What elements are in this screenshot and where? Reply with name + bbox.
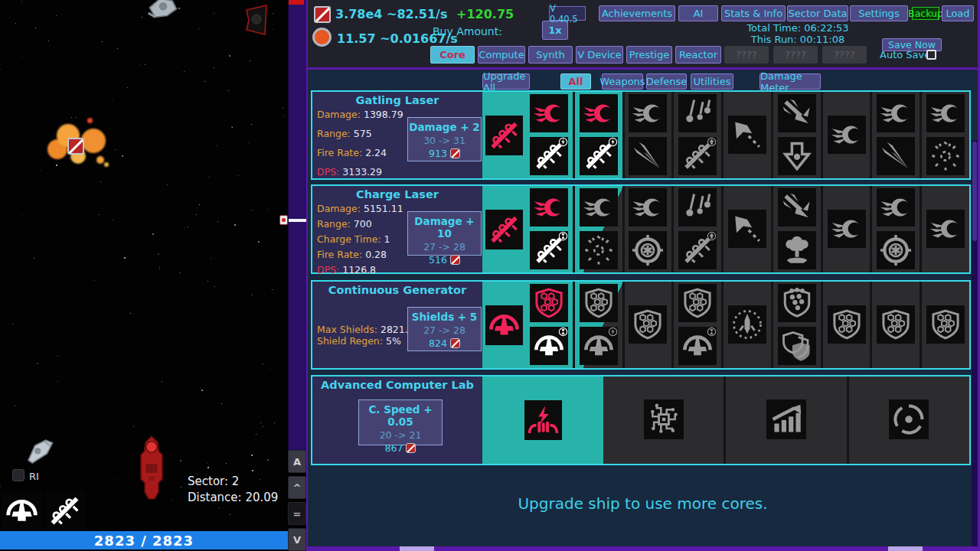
upgrade-cell[interactable] — [724, 92, 771, 178]
upgrade-cell[interactable] — [674, 282, 721, 368]
upgrade-cell[interactable] — [575, 186, 622, 272]
shield-icon[interactable] — [926, 305, 965, 344]
upgrade-cell[interactable] — [525, 282, 573, 368]
scatter-icon[interactable] — [926, 137, 965, 175]
upgrade-cell[interactable] — [726, 377, 846, 464]
upgrade-cell[interactable] — [603, 377, 724, 464]
tab-locked-7[interactable]: ???? — [773, 46, 818, 64]
h-scroll-segment[interactable] — [888, 546, 923, 551]
fireball-icon[interactable] — [828, 210, 866, 248]
upgrade-cell[interactable] — [872, 186, 920, 272]
upgrade-cell[interactable] — [823, 186, 871, 272]
upgrade-cell[interactable] — [872, 282, 920, 368]
fireball-icon[interactable] — [530, 94, 568, 132]
upgrade-cell[interactable] — [525, 186, 573, 272]
shield-icon[interactable] — [530, 284, 568, 322]
filter-tab-all[interactable]: All — [560, 73, 591, 90]
nuke-icon[interactable] — [778, 231, 816, 269]
upgrade-button-generator[interactable]: Shields + 527 -> 28824 — [407, 307, 482, 351]
side-button-a[interactable]: A — [288, 450, 306, 473]
scatter-icon[interactable] — [580, 231, 618, 269]
shipshield-icon[interactable] — [580, 327, 618, 365]
shield-icon[interactable] — [877, 305, 915, 344]
side-button-v[interactable]: V — [288, 528, 306, 551]
tab-locked-8[interactable]: ???? — [822, 46, 867, 64]
circuit-icon[interactable] — [644, 399, 684, 439]
gun-icon[interactable] — [580, 137, 618, 175]
load-button[interactable]: Load — [942, 5, 974, 21]
shipshield-icon[interactable] — [678, 327, 717, 365]
spike-icon[interactable] — [629, 137, 667, 175]
layered-icon[interactable] — [778, 327, 816, 365]
tab-core[interactable]: Core — [430, 46, 475, 64]
upgrade-cell[interactable] — [625, 92, 672, 178]
auto-save-checkbox[interactable] — [926, 50, 936, 60]
ri-toggle[interactable] — [12, 469, 24, 481]
side-button-=[interactable]: = — [288, 502, 306, 525]
main-icon-cell-charge[interactable] — [482, 186, 525, 272]
upgrade-cell[interactable] — [724, 282, 771, 368]
upgrade-cell[interactable] — [922, 92, 969, 178]
upgrade-cell[interactable] — [724, 186, 771, 272]
upgrade-cell[interactable] — [525, 92, 573, 178]
filter-tab-defense[interactable]: Defense — [646, 73, 687, 90]
fireball-icon[interactable] — [530, 188, 568, 227]
upgrade-cell[interactable] — [773, 92, 821, 178]
tab-synth[interactable]: Synth — [528, 46, 573, 64]
menu-button-ai[interactable]: AI — [678, 5, 718, 21]
meteors-icon[interactable] — [678, 94, 717, 132]
shipdash-icon[interactable] — [728, 116, 766, 154]
upgrade-cell[interactable] — [872, 92, 920, 178]
tab-locked-6[interactable]: ???? — [724, 46, 769, 64]
upgrade-cell[interactable] — [773, 282, 821, 368]
tab-compute[interactable]: Compute — [478, 46, 525, 64]
menu-button-achievements[interactable]: Achievements — [599, 5, 675, 21]
spike-icon[interactable] — [877, 137, 915, 175]
upgrade-cell[interactable] — [674, 186, 721, 272]
upgrade-button-charge[interactable]: Damage + 1027 -> 28516 — [407, 211, 482, 256]
shield-icon[interactable] — [678, 284, 717, 322]
menu-button-sector-data[interactable]: Sector Data — [787, 5, 848, 21]
tab-prestige[interactable]: Prestige — [626, 46, 672, 64]
upgrade-button-gatling[interactable]: Damage + 230 -> 31913 — [407, 117, 482, 161]
gun-icon[interactable] — [678, 231, 717, 269]
divider-slider[interactable] — [289, 219, 307, 222]
upgrade-button-lab[interactable]: C. Speed + 0.0520 -> 21867 — [358, 399, 443, 445]
game-viewport[interactable]: RI Sector: 2 Distance: 20.09 2823 / 2823 — [0, 0, 288, 551]
upgrade-cell[interactable] — [823, 282, 871, 368]
fireball-icon[interactable] — [926, 210, 965, 248]
meteors-icon[interactable] — [678, 188, 717, 227]
fireball-icon[interactable] — [926, 94, 965, 132]
fireball-icon[interactable] — [629, 188, 667, 227]
upgrade-cell[interactable] — [674, 92, 721, 178]
droparrow-icon[interactable] — [778, 137, 816, 175]
shield-icon[interactable] — [828, 305, 866, 344]
upgrade-cell[interactable] — [625, 186, 672, 272]
h-scroll-segment[interactable] — [400, 546, 434, 551]
main-icon-cell-generator[interactable] — [482, 282, 525, 368]
upgrade-cell[interactable] — [823, 92, 871, 178]
filter-tab-utilities[interactable]: Utilities — [691, 73, 733, 90]
side-button-^[interactable]: ^ — [288, 476, 306, 499]
upgrade-cell[interactable] — [773, 186, 821, 272]
upgrade-cell[interactable] — [575, 92, 622, 178]
fireball-icon[interactable] — [580, 188, 618, 227]
fireball-icon[interactable] — [877, 188, 915, 227]
upgrade-cell[interactable] — [625, 282, 672, 368]
reactor-icon[interactable] — [877, 231, 915, 269]
fireball-icon[interactable] — [629, 94, 667, 132]
shipshield-icon[interactable] — [530, 327, 568, 365]
menu-button-stats-info[interactable]: Stats & Info — [721, 5, 786, 21]
shield-icon[interactable] — [629, 305, 667, 344]
gun-icon[interactable] — [530, 137, 568, 175]
fireball-icon[interactable] — [877, 94, 915, 132]
main-icon-cell-gatling[interactable] — [482, 92, 525, 178]
upgrade-cell[interactable] — [575, 282, 622, 368]
impact-icon[interactable] — [778, 94, 816, 132]
filter-button-upgrade-all[interactable]: Upgrade All — [482, 73, 530, 90]
gun-icon[interactable] — [530, 231, 568, 269]
weapon-slot-gatling[interactable] — [44, 491, 85, 531]
reactor-icon[interactable] — [629, 231, 667, 269]
menu-button-settings[interactable]: Settings — [850, 5, 908, 21]
shipclock-icon[interactable] — [728, 305, 766, 344]
